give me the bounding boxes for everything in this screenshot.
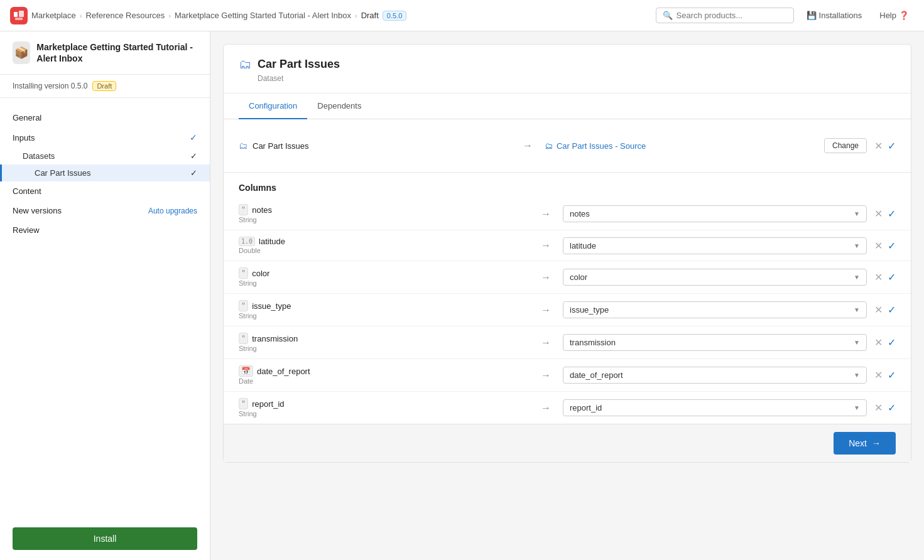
col-icon-color: " (239, 267, 248, 279)
tab-configuration[interactable]: Configuration (239, 94, 307, 119)
column-row-notes: " notes String → notes ▼ ✕ ✓ (224, 198, 911, 230)
breadcrumb: Marketplace › Reference Resources › Mark… (31, 11, 406, 21)
col-confirm-color[interactable]: ✓ (888, 271, 896, 283)
columns-list: " notes String → notes ▼ ✕ ✓ (224, 198, 911, 424)
col-icon-issue-type: " (239, 300, 248, 311)
col-source-color: " color String (239, 267, 529, 287)
sidebar-datasets-label: Datasets (23, 151, 55, 161)
sidebar-content-label: Content (13, 186, 41, 196)
card-header: 🗂 Car Part Issues Dataset (224, 45, 911, 94)
col-confirm-issue-type[interactable]: ✓ (888, 304, 896, 316)
main-layout: 📦 Marketplace Getting Started Tutorial -… (0, 31, 924, 560)
sidebar-item-car-part-issues[interactable]: Car Part Issues ✓ (0, 164, 210, 181)
col-cancel-latitude[interactable]: ✕ (874, 240, 883, 252)
column-row-transmission: " transmission String → transmission ▼ ✕… (224, 326, 911, 359)
breadcrumb-reference-resources[interactable]: Reference Resources (85, 11, 165, 20)
col-confirm-date-of-report[interactable]: ✓ (888, 369, 896, 381)
col-confirm-transmission[interactable]: ✓ (888, 337, 896, 348)
mapping-source-icon: 🗂 (239, 141, 247, 151)
col-select-transmission[interactable]: transmission ▼ (563, 334, 867, 351)
col-select-notes[interactable]: notes ▼ (563, 205, 867, 222)
col-select-arrow-issue-type: ▼ (854, 306, 860, 313)
col-select-text-issue-type: issue_type (570, 305, 609, 315)
mapping-section: 🗂 Car Part Issues → 🗂 Car Part Issues - … (224, 119, 911, 172)
next-button[interactable]: Next → (834, 432, 896, 455)
col-select-arrow-notes: ▼ (854, 210, 860, 217)
col-actions-latitude: ✕ ✓ (874, 240, 896, 252)
col-cancel-report-id[interactable]: ✕ (874, 402, 883, 414)
col-confirm-latitude[interactable]: ✓ (888, 240, 896, 252)
sidebar-car-part-label: Car Part Issues (35, 168, 91, 178)
main-content: 🗂 Car Part Issues Dataset Configuration … (210, 31, 924, 560)
col-name-color: color (252, 269, 269, 278)
col-cancel-transmission[interactable]: ✕ (874, 337, 883, 348)
change-button[interactable]: Change (824, 138, 867, 153)
sidebar-new-versions-label: New versions (13, 206, 62, 215)
col-icon-latitude: 1.0 (239, 237, 255, 246)
card-title-icon: 🗂 (239, 57, 251, 72)
install-button[interactable]: Install (13, 527, 197, 550)
mapping-source: 🗂 Car Part Issues (239, 141, 511, 151)
sidebar-inputs-label: Inputs (13, 133, 35, 143)
col-icon-transmission: " (239, 333, 248, 344)
col-cancel-notes[interactable]: ✕ (874, 208, 883, 220)
col-select-issue-type[interactable]: issue_type ▼ (563, 301, 867, 318)
breadcrumb-sep-2: › (168, 12, 171, 19)
mapping-target-link[interactable]: 🗂 Car Part Issues - Source (545, 141, 646, 151)
sidebar-item-general[interactable]: General (0, 108, 210, 127)
sidebar-item-datasets[interactable]: Datasets ✓ (0, 148, 210, 164)
breadcrumb-tutorial[interactable]: Marketplace Getting Started Tutorial - A… (175, 11, 351, 20)
col-arrow-latitude: → (536, 240, 555, 251)
column-row-color: " color String → color ▼ ✕ ✓ (224, 261, 911, 294)
col-arrow-report-id: → (536, 402, 555, 414)
col-cancel-color[interactable]: ✕ (874, 271, 883, 283)
col-confirm-notes[interactable]: ✓ (888, 208, 896, 220)
sidebar-item-inputs[interactable]: Inputs ✓ (0, 127, 210, 148)
mapping-cancel-icon[interactable]: ✕ (874, 140, 883, 152)
col-arrow-notes: → (536, 208, 555, 220)
tab-dependents[interactable]: Dependents (307, 94, 371, 119)
version-info: Installing version 0.5.0 Draft (0, 75, 210, 98)
column-row-issue-type: " issue_type String → issue_type ▼ ✕ ✓ (224, 294, 911, 326)
svg-rect-1 (19, 11, 24, 17)
search-input[interactable] (677, 11, 787, 20)
tabs: Configuration Dependents (224, 94, 911, 119)
col-select-date-of-report[interactable]: date_of_report ▼ (563, 367, 867, 384)
col-type-notes: String (239, 216, 257, 223)
col-source-latitude: 1.0 latitude Double (239, 237, 529, 254)
auto-upgrades-link[interactable]: Auto upgrades (148, 207, 197, 215)
sidebar-item-content[interactable]: Content (0, 181, 210, 201)
sidebar-header-icon: 📦 (13, 41, 30, 64)
mapping-action-icons: ✕ ✓ (874, 140, 896, 152)
col-select-color[interactable]: color ▼ (563, 269, 867, 286)
search-box[interactable]: 🔍 (656, 8, 794, 23)
sidebar: 📦 Marketplace Getting Started Tutorial -… (0, 31, 210, 560)
breadcrumb-marketplace[interactable]: Marketplace (31, 11, 76, 20)
sidebar-review-label: Review (13, 225, 40, 235)
col-confirm-report-id[interactable]: ✓ (888, 402, 896, 414)
search-icon: 🔍 (663, 11, 673, 20)
col-actions-color: ✕ ✓ (874, 271, 896, 283)
card-subtitle: Dataset (258, 74, 896, 83)
col-select-report-id[interactable]: report_id ▼ (563, 399, 867, 416)
col-arrow-transmission: → (536, 337, 555, 348)
columns-header: Columns (224, 172, 911, 198)
help-button[interactable]: Help ❓ (874, 8, 914, 23)
version-badge: 0.5.0 (383, 11, 406, 21)
mapping-row: 🗂 Car Part Issues → 🗂 Car Part Issues - … (239, 132, 896, 159)
version-label: Installing version 0.5.0 (13, 82, 87, 90)
col-select-text-notes: notes (570, 209, 590, 218)
mapping-confirm-icon[interactable]: ✓ (888, 140, 896, 152)
col-select-latitude[interactable]: latitude ▼ (563, 237, 867, 254)
installations-button[interactable]: 💾 Installations (802, 8, 867, 23)
col-cancel-date-of-report[interactable]: ✕ (874, 369, 883, 381)
top-navigation: Marketplace › Reference Resources › Mark… (0, 0, 924, 31)
col-type-date-of-report: Date (239, 377, 253, 385)
sidebar-item-review[interactable]: Review (0, 220, 210, 240)
col-actions-issue-type: ✕ ✓ (874, 304, 896, 316)
col-cancel-issue-type[interactable]: ✕ (874, 304, 883, 316)
col-name-transmission: transmission (252, 334, 298, 343)
sidebar-item-new-versions[interactable]: New versions Auto upgrades (0, 201, 210, 220)
col-type-issue-type: String (239, 312, 257, 320)
col-actions-notes: ✕ ✓ (874, 208, 896, 220)
